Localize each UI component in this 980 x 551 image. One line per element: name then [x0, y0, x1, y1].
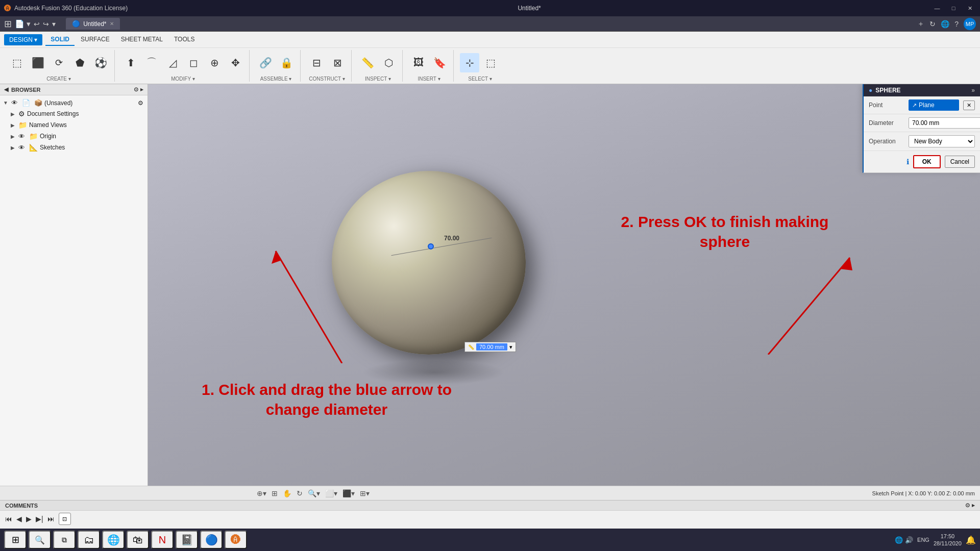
taskbar-chrome[interactable]: 🔵	[200, 531, 223, 549]
network-tray-icon[interactable]: 🌐	[895, 536, 903, 544]
docsettings-expand-icon[interactable]: ▶	[9, 111, 16, 117]
revolve-btn[interactable]: ⟳	[49, 53, 68, 72]
pan-btn[interactable]: ✋	[282, 488, 292, 498]
minimize-button[interactable]: —	[931, 2, 943, 14]
view-layout-btn[interactable]: ⬛▾	[341, 488, 356, 498]
skip-start-btn[interactable]: ⏮	[5, 515, 12, 523]
modify-label[interactable]: MODIFY ▾	[171, 76, 194, 82]
grid-snap-btn[interactable]: ⊞	[271, 488, 279, 498]
diameter-input[interactable]	[909, 117, 980, 129]
taskbar-store[interactable]: 🛍	[127, 531, 149, 549]
info-icon[interactable]: ℹ	[906, 158, 909, 166]
browser-collapse-icon[interactable]: ◀	[4, 86, 8, 93]
taskbar-browser[interactable]: 🌐	[102, 531, 125, 549]
taskbar-explorer[interactable]: 🗂	[78, 531, 100, 549]
browser-item-namedviews[interactable]: ▶ 📁 Named Views	[0, 119, 148, 131]
redo-button[interactable]: ↪	[43, 20, 49, 28]
dim-input-box[interactable]: 📏 70.00 mm ▾	[464, 342, 516, 352]
network-icon[interactable]: 🌐	[941, 20, 949, 28]
user-icon[interactable]: MP	[964, 18, 976, 30]
root-settings-icon[interactable]: ⚙	[138, 99, 143, 107]
options-icon[interactable]: ▾	[52, 20, 56, 28]
tab-solid[interactable]: SOLID	[45, 34, 75, 46]
tab-sheetmetal[interactable]: SHEET METAL	[116, 34, 168, 46]
shell-btn[interactable]: ◻	[184, 53, 203, 72]
joint-btn[interactable]: 🔗	[256, 53, 275, 72]
point-value[interactable]: ↗ Plane	[909, 99, 959, 111]
start-button[interactable]: ⊞	[4, 531, 27, 549]
panel-expand-icon[interactable]: »	[971, 87, 975, 94]
select-label[interactable]: SELECT ▾	[468, 76, 492, 82]
system-clock[interactable]: 17:50 28/11/2020	[934, 533, 962, 547]
grid-icon[interactable]: ⊞	[4, 18, 12, 30]
tab-tools[interactable]: TOOLS	[169, 34, 200, 46]
operation-select[interactable]: New Body Join Cut Intersect	[909, 135, 975, 147]
sketches-expand-icon[interactable]: ▶	[9, 145, 16, 151]
construct-label[interactable]: CONSTRUCT ▾	[309, 76, 345, 82]
timeline-marker[interactable]: ⊡	[59, 513, 71, 525]
taskbar-notes[interactable]: 📓	[176, 531, 198, 549]
taskbar-netflix[interactable]: N	[151, 531, 174, 549]
add-tab-button[interactable]: ＋	[917, 19, 924, 29]
browser-item-root[interactable]: ▼ 👁 📄 📦 (Unsaved) ⚙	[0, 97, 148, 108]
taskview-button[interactable]: ⧉	[53, 531, 76, 549]
close-button[interactable]: ✕	[964, 2, 976, 14]
extrude-btn[interactable]: ⬛	[28, 53, 47, 72]
namedviews-expand-icon[interactable]: ▶	[9, 122, 16, 128]
decal-btn[interactable]: 🔖	[430, 53, 449, 72]
play-btn[interactable]: ▶	[26, 515, 32, 523]
create-label[interactable]: CREATE ▾	[46, 76, 71, 82]
document-tab[interactable]: 🔵 Untitled* ✕	[66, 18, 119, 30]
fillet-btn[interactable]: ⌒	[142, 53, 161, 72]
search-button[interactable]: 🔍	[29, 531, 51, 549]
insert-label[interactable]: INSERT ▾	[418, 76, 440, 82]
help-button[interactable]: ?	[954, 20, 959, 28]
cancel-button[interactable]: Cancel	[945, 156, 975, 168]
tab-close-icon[interactable]: ✕	[110, 21, 114, 27]
design-button[interactable]: DESIGN ▾	[4, 34, 42, 45]
comments-expand-icon[interactable]: ▸	[972, 502, 975, 509]
box-select-btn[interactable]: ⬚	[481, 53, 500, 72]
notification-button[interactable]: 🔔	[966, 535, 976, 545]
point-clear-btn[interactable]: ✕	[963, 101, 975, 110]
press-pull-btn[interactable]: ⬆	[121, 53, 140, 72]
volume-icon[interactable]: 🔊	[905, 536, 913, 544]
select-btn[interactable]: ⊹	[460, 53, 479, 72]
ok-button[interactable]: OK	[913, 155, 941, 168]
comments-options-icon[interactable]: ⊙	[965, 502, 970, 509]
browser-options-icon[interactable]: ⊙	[134, 86, 138, 93]
undo-button[interactable]: ↩	[34, 20, 40, 28]
browser-expand-icon[interactable]: ▸	[140, 86, 143, 93]
zoom-btn[interactable]: 🔍▾	[307, 488, 321, 498]
offset-plane-btn[interactable]: ⊟	[307, 53, 326, 72]
orbit-btn[interactable]: ↻	[296, 488, 304, 498]
sphere-btn active[interactable]: ⚽	[91, 53, 110, 72]
inspect-label[interactable]: INSPECT ▾	[365, 76, 391, 82]
rigid-group-btn[interactable]: 🔒	[277, 53, 296, 72]
file-icon[interactable]: 📄 ▾	[15, 19, 31, 29]
grid-settings-btn[interactable]: ⊞▾	[359, 488, 371, 498]
assemble-label[interactable]: ASSEMBLE ▾	[260, 76, 292, 82]
snap-menu-btn[interactable]: ⊕▾	[256, 488, 267, 498]
move-btn[interactable]: ✥	[226, 53, 245, 72]
chamfer-btn[interactable]: ◿	[163, 53, 182, 72]
dim-dropdown-icon[interactable]: ▾	[509, 344, 512, 350]
interference-btn[interactable]: ⬡	[379, 53, 398, 72]
origin-expand-icon[interactable]: ▶	[9, 134, 16, 139]
tab-surface[interactable]: SURFACE	[76, 34, 115, 46]
browser-item-origin[interactable]: ▶ 👁 📁 Origin	[0, 131, 148, 142]
new-component-btn[interactable]: ⬚	[7, 53, 27, 72]
insert-mesh-btn[interactable]: 🖼	[409, 53, 428, 72]
root-expand-icon[interactable]: ▼	[2, 100, 9, 106]
browser-item-sketches[interactable]: ▶ 👁 📐 Sketches	[0, 142, 148, 153]
taskbar-fusion[interactable]: 🅐	[225, 531, 247, 549]
browser-item-docsettings[interactable]: ▶ ⚙ Document Settings	[0, 108, 148, 119]
measure-btn[interactable]: 📏	[358, 53, 377, 72]
display-mode-btn[interactable]: ⬜▾	[324, 488, 338, 498]
midplane-btn[interactable]: ⊠	[328, 53, 347, 72]
dimension-dot[interactable]	[428, 243, 434, 249]
prev-btn[interactable]: ◀	[16, 515, 22, 523]
maximize-button[interactable]: □	[947, 2, 960, 14]
sweep-btn[interactable]: ⬟	[70, 53, 89, 72]
next-btn[interactable]: ▶|	[36, 515, 43, 523]
